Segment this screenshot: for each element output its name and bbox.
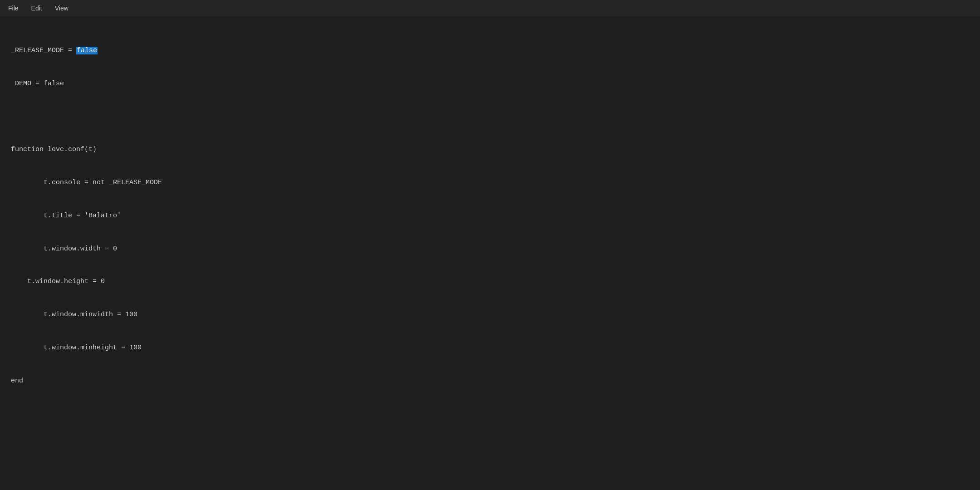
code-line-1: _RELEASE_MODE = false [11,45,969,57]
code-line-11: end [11,376,969,387]
menu-file[interactable]: File [4,3,23,14]
code-line-6: t.title = 'Balatro' [11,211,969,222]
code-line-3 [11,112,969,123]
code-line-8: t.window.height = 0 [11,276,969,288]
code-line-2: _DEMO = false [11,78,969,90]
code-line-5: t.console = not _RELEASE_MODE [11,177,969,189]
menu-bar: File Edit View [0,0,980,16]
code-line-4: function love.conf(t) [11,144,969,156]
highlighted-false: false [76,47,98,54]
menu-view[interactable]: View [50,3,73,14]
menu-edit[interactable]: Edit [27,3,47,14]
code-line-10: t.window.minheight = 100 [11,343,969,354]
code-line-7: t.window.width = 0 [11,244,969,255]
code-line-9: t.window.minwidth = 100 [11,309,969,321]
code-editor[interactable]: _RELEASE_MODE = false _DEMO = false func… [0,16,980,405]
